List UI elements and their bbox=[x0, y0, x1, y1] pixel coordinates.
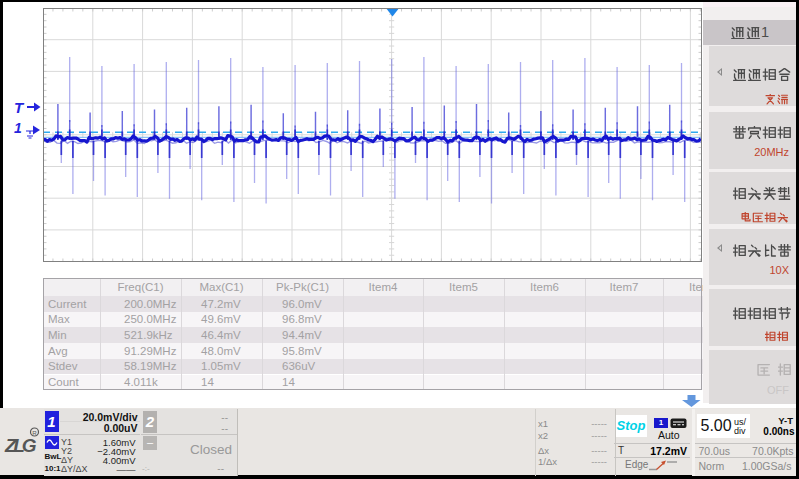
svg-text:R: R bbox=[32, 429, 37, 436]
svg-text:ZLG: ZLG bbox=[4, 435, 37, 456]
